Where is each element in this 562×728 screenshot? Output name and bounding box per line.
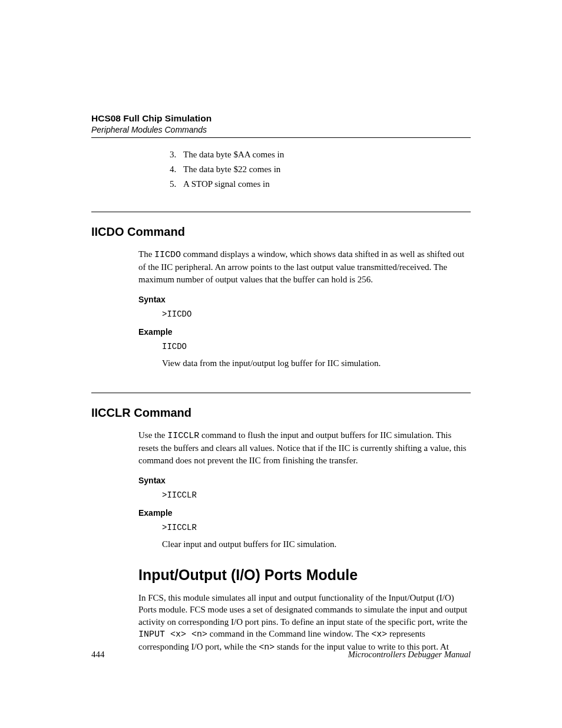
- example-text: View data from the input/output log buff…: [162, 357, 471, 369]
- section-heading-iicdo: IICDO Command: [91, 225, 471, 239]
- page-footer: 444 Microcontrollers Debugger Manual: [91, 650, 471, 660]
- example-heading: Example: [138, 508, 471, 518]
- list-item: A STOP signal comes in: [178, 179, 471, 189]
- section-divider: [91, 393, 471, 393]
- syntax-code: >IICCLR: [162, 490, 471, 500]
- section-divider: [91, 212, 471, 212]
- header-divider: [91, 137, 471, 138]
- iicclr-description: Use the IICCLR command to flush the inpu…: [138, 429, 471, 466]
- inline-code: IICDO: [154, 250, 181, 260]
- header-subtitle: Peripheral Modules Commands: [91, 125, 471, 134]
- inline-code: <x>: [371, 630, 387, 640]
- iicdo-section: IICDO Command The IICDO command displays…: [91, 225, 471, 369]
- io-module-description: In FCS, this module simulates all input …: [138, 592, 471, 654]
- text-fragment: command in the Command line window. The: [207, 629, 371, 638]
- inline-code: INPUT <x> <n>: [138, 630, 207, 640]
- footer-title: Microcontrollers Debugger Manual: [348, 650, 471, 660]
- example-code: IICDO: [162, 342, 471, 351]
- syntax-code: >IICDO: [162, 309, 471, 319]
- continued-list: The data byte $AA comes in The data byte…: [91, 150, 471, 189]
- syntax-heading: Syntax: [138, 295, 471, 304]
- syntax-heading: Syntax: [138, 476, 471, 485]
- page-number: 444: [91, 650, 105, 660]
- text-fragment: command displays a window, which shows d…: [138, 249, 464, 284]
- section-heading-iicclr: IICCLR Command: [91, 406, 471, 420]
- text-fragment: In FCS, this module simulates all input …: [138, 593, 468, 627]
- io-module-heading: Input/Output (I/O) Ports Module: [138, 566, 471, 584]
- io-module-section: Input/Output (I/O) Ports Module In FCS, …: [138, 566, 471, 654]
- list-item: The data byte $AA comes in: [178, 150, 471, 160]
- example-heading: Example: [138, 327, 471, 337]
- text-fragment: The: [138, 249, 154, 259]
- header-title: HCS08 Full Chip Simulation: [91, 113, 471, 124]
- list-item: The data byte $22 comes in: [178, 164, 471, 174]
- text-fragment: Use the: [138, 430, 167, 440]
- inline-code: IICCLR: [167, 431, 199, 441]
- iicclr-section: IICCLR Command Use the IICCLR command to…: [91, 406, 471, 550]
- page-header: HCS08 Full Chip Simulation Peripheral Mo…: [91, 113, 471, 138]
- iicdo-description: The IICDO command displays a window, whi…: [138, 248, 471, 285]
- example-code: >IICCLR: [162, 523, 471, 532]
- example-text: Clear input and output buffers for IIC s…: [162, 538, 471, 550]
